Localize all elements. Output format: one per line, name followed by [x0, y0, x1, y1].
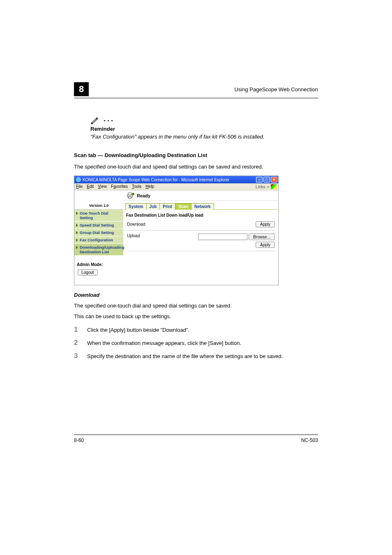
step-number: 2 [74, 339, 87, 347]
tab-print[interactable]: Print [159, 203, 175, 210]
menu-edit[interactable]: Edit [87, 184, 94, 189]
menu-favorites[interactable]: Favorites [111, 184, 128, 189]
maximize-button[interactable]: □ [263, 177, 270, 183]
browse-button[interactable]: Browse... [249, 234, 275, 240]
menu-file[interactable]: File [76, 184, 83, 189]
upload-path-input[interactable] [198, 234, 247, 240]
printer-status-icon [126, 192, 134, 199]
menu-tools[interactable]: Tools [132, 184, 141, 189]
divider [127, 230, 275, 231]
download-apply-button[interactable]: Apply [256, 221, 275, 227]
tab-job[interactable]: Job [146, 203, 160, 210]
page-header: 8 Using PageScope Web Connection [74, 82, 318, 98]
panel-title: Fax Destination List Down load/Up load [124, 210, 278, 220]
sidebar-item-speeddial[interactable]: Speed Dial Setting [74, 222, 123, 229]
status-text: Ready [137, 193, 150, 198]
ie-logo-icon [76, 177, 81, 182]
intro-text: The specified one-touch dial and speed d… [74, 163, 318, 171]
reminder-block: ... Reminder "Fax Configuration" appears… [90, 115, 318, 140]
download-label: Download [127, 222, 172, 227]
footer-left: 8-60 [74, 437, 84, 443]
step-3: 3 Specify the destination and the name o… [74, 352, 318, 360]
page-footer: 8-60 NC-503 [74, 435, 318, 443]
step-number: 3 [74, 352, 87, 360]
step-text: Specify the destination and the name of … [87, 352, 283, 360]
svg-rect-2 [128, 193, 131, 195]
download-row: Download Apply [124, 220, 278, 229]
step-text: When the confirmation message appears, c… [87, 339, 241, 347]
close-button[interactable]: ✕ [271, 177, 277, 183]
download-p2: This can be used to back up the settings… [74, 313, 318, 320]
ellipsis-icon: ... [104, 115, 115, 124]
links-chevron-icon: » [267, 185, 269, 189]
ie-window: KONICA MINOLTA Page Scope Web Connection… [74, 176, 279, 285]
menu-help[interactable]: Help [145, 184, 154, 189]
upload-apply-button[interactable]: Apply [256, 242, 275, 248]
menu-view[interactable]: View [98, 184, 107, 189]
links-label[interactable]: Links [256, 185, 265, 189]
svg-rect-3 [129, 197, 131, 199]
tabs: System Job Print Scan Network [124, 201, 278, 210]
ie-menubar: File Edit View Favorites Tools Help Link… [74, 183, 278, 190]
sidebar-item-onetouch[interactable]: One-Touch Dial Setting [74, 210, 123, 222]
step-number: 1 [74, 326, 87, 334]
tab-scan[interactable]: Scan [175, 203, 191, 210]
footer-right: NC-503 [301, 437, 318, 443]
reminder-text: "Fax Configuration" appears in the menu … [90, 134, 318, 140]
step-1: 1 Click the [Apply] button beside "Downl… [74, 326, 318, 334]
svg-point-4 [132, 193, 134, 195]
step-2: 2 When the confirmation message appears,… [74, 339, 318, 347]
tab-network[interactable]: Network [191, 203, 214, 210]
ie-titlebar: KONICA MINOLTA Page Scope Web Connection… [74, 176, 278, 183]
upload-label: Upload [127, 234, 172, 238]
admin-mode-label: Admin Mode: [74, 259, 123, 268]
step-text: Click the [Apply] button beside "Downloa… [87, 326, 189, 334]
sidebar-item-groupdial[interactable]: Group Dial Setting [74, 229, 123, 236]
sidebar-item-faxconfig[interactable]: Fax Configuration [74, 236, 123, 244]
main-panel: Ready System Job Print Scan Network Fax … [124, 190, 278, 285]
version-label: Version 1.0 [74, 202, 123, 210]
divider [127, 251, 275, 251]
minimize-button[interactable]: – [256, 177, 263, 183]
download-p1: The specified one-touch dial and speed d… [74, 302, 318, 310]
windows-flag-icon [271, 184, 277, 189]
logout-button[interactable]: Logout [78, 269, 98, 275]
window-title: KONICA MINOLTA Page Scope Web Connection… [83, 178, 254, 182]
sidebar: Version 1.0 One-Touch Dial Setting Speed… [74, 190, 124, 285]
header-section-text: Using PageScope Web Connection [234, 86, 318, 92]
sidebar-item-download-upload[interactable]: Downloading/Uploading Destination List [74, 244, 123, 256]
tab-system[interactable]: System [125, 203, 147, 210]
download-heading: Download [74, 292, 318, 298]
reminder-title: Reminder [90, 126, 318, 132]
section-title: Scan tab — Downloading/Uploading Destina… [74, 152, 318, 158]
svg-point-0 [76, 178, 81, 182]
chapter-badge: 8 [74, 82, 89, 96]
pen-icon [90, 116, 99, 124]
upload-row: Upload Browse... Apply [124, 232, 278, 249]
